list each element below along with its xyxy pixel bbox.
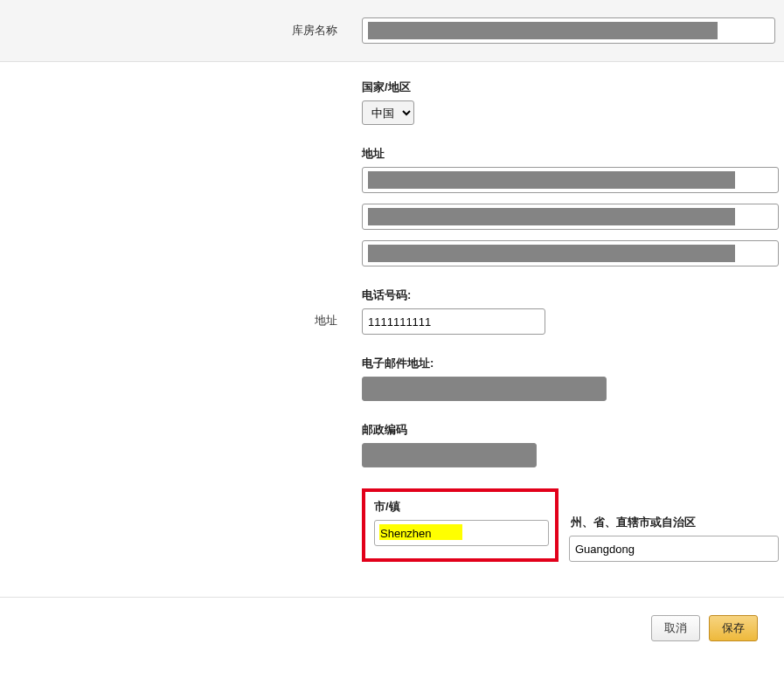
country-select[interactable]: 中国 <box>362 100 414 125</box>
warehouse-form: 库房名称 地址 国家/地区 中国 地址 电话号码: <box>0 0 784 659</box>
warehouse-name-row: 库房名称 <box>0 0 784 62</box>
warehouse-name-input[interactable] <box>362 17 775 44</box>
postal-input[interactable] <box>362 443 537 467</box>
city-input[interactable] <box>374 520 549 546</box>
phone-input[interactable] <box>362 308 545 335</box>
city-highlight: 市/镇 <box>362 488 559 562</box>
warehouse-name-label: 库房名称 <box>0 17 350 38</box>
warehouse-name-field <box>350 17 784 44</box>
address-label: 地址 <box>362 146 779 162</box>
phone-label: 电话号码: <box>362 287 779 303</box>
address-section: 地址 国家/地区 中国 地址 电话号码: 电子邮件地址: <box>0 62 784 598</box>
email-label: 电子邮件地址: <box>362 356 779 371</box>
state-label: 州、省、直辖市或自治区 <box>571 515 779 530</box>
postal-label: 邮政编码 <box>362 422 779 438</box>
country-group: 国家/地区 中国 <box>362 80 779 125</box>
save-button[interactable]: 保存 <box>709 615 758 641</box>
country-region-label: 国家/地区 <box>362 80 779 95</box>
city-state-row: 市/镇 州、省、直辖市或自治区 <box>362 488 779 562</box>
address-line-1[interactable] <box>362 167 779 193</box>
email-input[interactable] <box>362 377 607 401</box>
cancel-button[interactable]: 取消 <box>651 615 700 641</box>
address-line-3[interactable] <box>362 240 779 266</box>
postal-group: 邮政编码 <box>362 422 779 467</box>
button-bar: 取消 保存 <box>0 598 784 659</box>
address-group: 地址 <box>362 146 779 266</box>
address-section-label: 地址 <box>0 80 350 562</box>
email-group: 电子邮件地址: <box>362 356 779 401</box>
state-box: 州、省、直辖市或自治区 <box>569 504 779 562</box>
state-input[interactable] <box>569 536 779 562</box>
address-fields: 国家/地区 中国 地址 电话号码: 电子邮件地址: 邮政编码 <box>350 80 784 562</box>
phone-group: 电话号码: <box>362 287 779 335</box>
address-line-2[interactable] <box>362 204 779 230</box>
city-label: 市/镇 <box>374 499 546 515</box>
